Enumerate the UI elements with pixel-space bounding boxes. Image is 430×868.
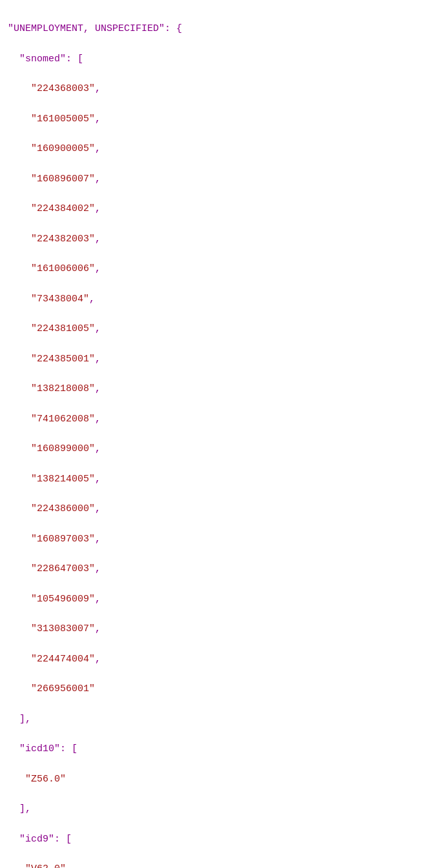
icd9-val-0: "V62.0" — [8, 862, 422, 868]
icd9-key: "icd9" — [19, 834, 54, 845]
snomed-val-6: "161006006", — [8, 261, 422, 276]
snomed-val-4: "224384002", — [8, 201, 422, 216]
top-key-line: "UNEMPLOYMENT, UNSPECIFIED": { — [8, 21, 422, 36]
snomed-val-17: "105496009", — [8, 592, 422, 607]
snomed-val-3: "160896007", — [8, 172, 422, 187]
icd10-key: "icd10" — [19, 743, 60, 754]
snomed-val-16: "228647003", — [8, 561, 422, 576]
snomed-val-2: "160900005", — [8, 141, 422, 156]
icd10-val-0: "Z56.0" — [8, 772, 422, 787]
icd9-key-line: "icd9": [ — [8, 832, 422, 847]
snomed-val-15: "160897003", — [8, 532, 422, 547]
snomed-close: ], — [8, 712, 422, 727]
snomed-val-12: "160899000", — [8, 441, 422, 456]
snomed-val-0: "224368003", — [8, 81, 422, 96]
snomed-val-10: "138218008", — [8, 381, 422, 396]
icd10-close: ], — [8, 802, 422, 816]
snomed-key: "snomed" — [19, 54, 66, 65]
snomed-key-line: "snomed": [ — [8, 52, 422, 66]
snomed-val-18: "313083007", — [8, 621, 422, 636]
snomed-val-19: "224474004", — [8, 652, 422, 667]
snomed-val-5: "224382003", — [8, 232, 422, 247]
icd10-key-line: "icd10": [ — [8, 742, 422, 756]
top-key: "UNEMPLOYMENT, UNSPECIFIED" — [8, 23, 165, 34]
snomed-val-11: "741062008", — [8, 412, 422, 427]
snomed-val-8: "224381005", — [8, 321, 422, 336]
snomed-val-7: "73438004", — [8, 292, 422, 307]
snomed-val-20: "266956001" — [8, 681, 422, 696]
snomed-val-9: "224385001", — [8, 352, 422, 367]
snomed-val-14: "224386000", — [8, 501, 422, 516]
snomed-val-1: "161005005", — [8, 112, 422, 126]
json-viewer: "UNEMPLOYMENT, UNSPECIFIED": { "snomed":… — [8, 6, 422, 868]
snomed-val-13: "138214005", — [8, 472, 422, 487]
